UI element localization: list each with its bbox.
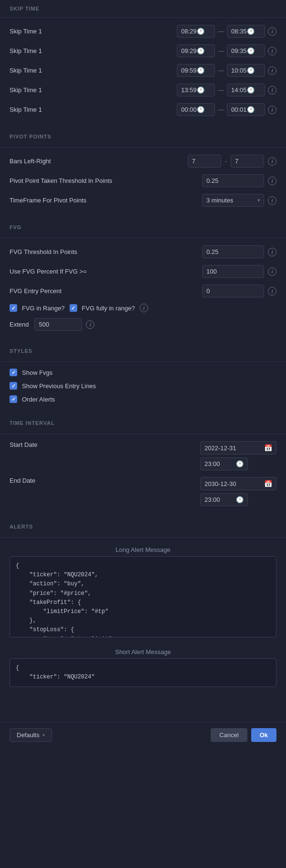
threshold-input[interactable]: [202, 174, 264, 187]
skip-time-1-label: Skip Time 1: [10, 28, 173, 35]
fvg-percent-input[interactable]: [202, 265, 264, 278]
skip-time-4-dash: —: [218, 86, 224, 94]
end-time-clock-icon: 🕐: [236, 496, 244, 503]
defaults-chevron-icon: ▾: [42, 732, 45, 738]
skip-time-1-end[interactable]: 08:35 🕐: [227, 25, 265, 38]
skip-time-row-3: Skip Time 1 09:59 🕐 — 10:05 🕐 i: [0, 61, 286, 80]
fvg-range-info[interactable]: i: [140, 304, 148, 312]
skip-time-header: SKIP TIME: [0, 0, 286, 13]
fvg-threshold-info[interactable]: i: [268, 248, 276, 256]
bars-info[interactable]: i: [268, 157, 276, 166]
show-fvgs-checkbox[interactable]: [10, 369, 17, 376]
threshold-label: Pivot Point Taken Threshold In Points: [10, 177, 198, 184]
extend-input[interactable]: [34, 318, 82, 331]
skip-time-5-end[interactable]: 00:01 🕐: [227, 103, 265, 116]
fvg-entry-label: FVG Entry Percent: [10, 287, 198, 295]
skip-time-2-dash: —: [218, 47, 224, 54]
skip-time-1-dash: —: [218, 28, 224, 35]
alerts-header: ALERTS: [0, 516, 286, 533]
fvg-entry-input[interactable]: [202, 285, 264, 297]
timeframe-label: TimeFrame For Pivot Points: [10, 197, 198, 204]
show-fvgs-row: Show Fvgs: [0, 366, 286, 379]
timeframe-info[interactable]: i: [268, 196, 276, 205]
start-date-row: Start Date 2022-12-31 📅 23:00 🕐: [0, 438, 286, 474]
bars-label: Bars Left-Right: [10, 158, 184, 165]
fvg-in-range-label: FVG in Range?: [22, 305, 65, 312]
end-date-col: 2030-12-30 📅 23:00 🕐: [200, 477, 276, 506]
skip-time-2-end[interactable]: 09:35 🕐: [227, 44, 265, 57]
skip-time-2-info[interactable]: i: [268, 47, 276, 55]
fvg-threshold-row: FVG Threshold In Points i: [0, 242, 286, 262]
fvg-entry-row: FVG Entry Percent i: [0, 281, 286, 301]
threshold-info[interactable]: i: [268, 177, 276, 185]
skip-time-3-label: Skip Time 1: [10, 67, 173, 74]
extend-label: Extend: [10, 321, 29, 328]
time-interval-header: TIME INTERVAL: [0, 413, 286, 430]
skip-time-2-label: Skip Time 1: [10, 47, 173, 54]
bars-left-input[interactable]: [188, 155, 221, 168]
end-date-calendar-icon: 📅: [264, 480, 272, 487]
defaults-button[interactable]: Defaults ▾: [10, 728, 52, 742]
timeframe-select-wrapper: 1 minute 2 minutes 3 minutes 5 minutes 1…: [202, 194, 264, 207]
fvg-entry-info[interactable]: i: [268, 287, 276, 296]
fvg-fully-checkbox[interactable]: [70, 304, 77, 312]
cancel-button[interactable]: Cancel: [211, 728, 247, 742]
skip-time-4-start[interactable]: 13:59 🕐: [177, 84, 215, 96]
timeframe-select[interactable]: 1 minute 2 minutes 3 minutes 5 minutes 1…: [202, 194, 264, 207]
show-prev-checkbox[interactable]: [10, 382, 17, 390]
ok-button[interactable]: Ok: [251, 728, 276, 742]
skip-time-1-info[interactable]: i: [268, 27, 276, 36]
skip-time-4-group: 13:59 🕐 — 14:05 🕐 i: [177, 84, 276, 96]
bars-right-input[interactable]: [231, 155, 264, 168]
skip-time-4-info[interactable]: i: [268, 86, 276, 95]
skip-time-3-dash: —: [218, 67, 224, 74]
footer-right: Cancel Ok: [211, 728, 276, 742]
skip-time-4-label: Skip Time 1: [10, 86, 173, 94]
skip-time-row-2: Skip Time 1 09:29 🕐 — 09:35 🕐 i: [0, 41, 286, 61]
fvg-range-row: FVG in Range? FVG fully in range? i: [0, 301, 286, 315]
fvg-percent-info[interactable]: i: [268, 267, 276, 276]
skip-time-4-end[interactable]: 14:05 🕐: [227, 84, 265, 96]
defaults-label: Defaults: [17, 731, 40, 739]
pivot-points-header: PIVOT POINTS: [0, 126, 286, 143]
skip-time-5-group: 00:00 🕐 — 00:01 🕐 i: [177, 103, 276, 116]
show-fvgs-label: Show Fvgs: [22, 369, 52, 376]
fvg-percent-row: Use FVG Percent If FVG >= i: [0, 262, 286, 281]
start-date-input[interactable]: 2022-12-31 📅: [200, 441, 276, 455]
skip-time-5-start[interactable]: 00:00 🕐: [177, 103, 215, 116]
start-date-value: 2022-12-31: [204, 445, 236, 452]
fvg-percent-label: Use FVG Percent If FVG >=: [10, 268, 198, 275]
start-date-label: Start Date: [10, 441, 196, 448]
skip-time-3-info[interactable]: i: [268, 66, 276, 75]
start-date-col: 2022-12-31 📅 23:00 🕐: [200, 441, 276, 470]
start-time-value: 23:00: [204, 460, 220, 467]
fvg-in-range-checkbox[interactable]: [10, 304, 17, 312]
long-alert-textarea[interactable]: { "ticker": "NQU2024", "action": "buy", …: [10, 556, 276, 637]
skip-time-5-info[interactable]: i: [268, 106, 276, 114]
order-alerts-checkbox[interactable]: [10, 395, 17, 403]
end-time-input[interactable]: 23:00 🕐: [200, 493, 248, 506]
fvg-threshold-label: FVG Threshold In Points: [10, 248, 198, 255]
skip-time-1-start[interactable]: 08:29 🕐: [177, 25, 215, 38]
styles-header: STYLES: [0, 340, 286, 358]
end-date-input[interactable]: 2030-12-30 📅: [200, 477, 276, 490]
skip-time-2-start[interactable]: 09:29 🕐: [177, 44, 215, 57]
extend-info[interactable]: i: [86, 320, 94, 329]
start-time-clock-icon: 🕐: [236, 460, 244, 467]
order-alerts-row: Order Alerts: [0, 392, 286, 406]
bars-dash: -: [225, 158, 227, 165]
start-time-input[interactable]: 23:00 🕐: [200, 457, 248, 470]
skip-time-2-group: 09:29 🕐 — 09:35 🕐 i: [177, 44, 276, 57]
bars-row: Bars Left-Right - i: [0, 151, 286, 171]
skip-time-row-4: Skip Time 1 13:59 🕐 — 14:05 🕐 i: [0, 80, 286, 100]
fvg-threshold-input[interactable]: [202, 245, 264, 258]
footer: Defaults ▾ Cancel Ok: [0, 722, 286, 748]
skip-time-row-5: Skip Time 1 00:00 🕐 — 00:01 🕐 i: [0, 100, 286, 119]
skip-time-3-start[interactable]: 09:59 🕐: [177, 64, 215, 77]
timeframe-row: TimeFrame For Pivot Points 1 minute 2 mi…: [0, 191, 286, 210]
short-alert-textarea[interactable]: { "ticker": "NQU2024": [10, 658, 276, 687]
skip-time-3-end[interactable]: 10:05 🕐: [227, 64, 265, 77]
show-prev-row: Show Previous Entry Lines: [0, 379, 286, 392]
show-prev-label: Show Previous Entry Lines: [22, 382, 96, 390]
end-date-label: End Date: [10, 477, 196, 484]
